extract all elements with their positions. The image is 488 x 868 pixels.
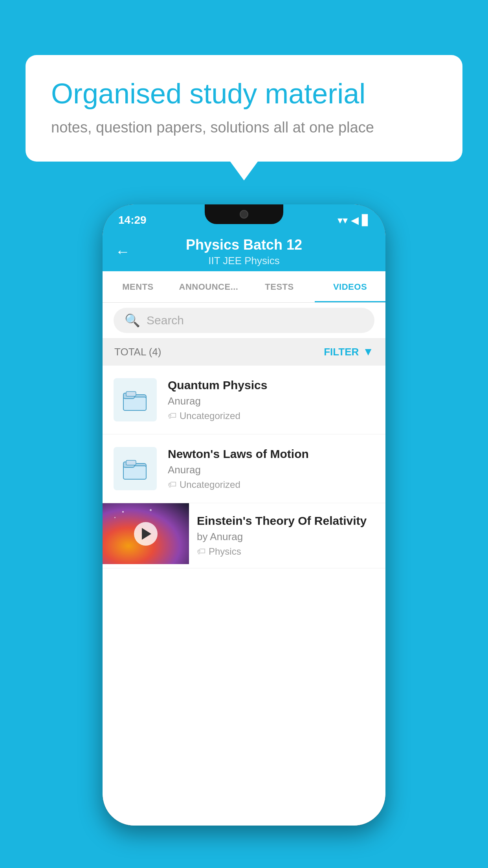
tag-icon: 🏷 bbox=[168, 411, 176, 421]
list-item[interactable]: Einstein's Theory Of Relativity by Anura… bbox=[103, 503, 385, 568]
signal-icon: ◀ bbox=[351, 214, 359, 226]
tab-tests[interactable]: TESTS bbox=[244, 271, 315, 302]
svg-rect-1 bbox=[123, 397, 146, 410]
tag-icon: 🏷 bbox=[197, 546, 205, 557]
list-item[interactable]: Newton's Laws of Motion Anurag 🏷 Uncateg… bbox=[103, 434, 385, 503]
video-author: Anurag bbox=[168, 464, 374, 476]
video-info: Einstein's Theory Of Relativity by Anura… bbox=[189, 503, 385, 568]
tag-label: Uncategorized bbox=[180, 479, 240, 490]
bubble-title: Organised study material bbox=[51, 77, 437, 110]
tag-label: Uncategorized bbox=[180, 410, 240, 421]
video-list: Quantum Physics Anurag 🏷 Uncategorized bbox=[103, 366, 385, 826]
list-item[interactable]: Quantum Physics Anurag 🏷 Uncategorized bbox=[103, 366, 385, 434]
video-author: Anurag bbox=[168, 395, 374, 407]
tag-label: Physics bbox=[209, 546, 241, 557]
speech-bubble-container: Organised study material notes, question… bbox=[26, 55, 462, 162]
search-input-wrapper[interactable]: 🔍 Search bbox=[114, 308, 374, 333]
tab-announcements[interactable]: ANNOUNCE... bbox=[173, 271, 244, 302]
video-tag: 🏷 Uncategorized bbox=[168, 410, 374, 421]
search-icon: 🔍 bbox=[125, 313, 140, 328]
speech-bubble: Organised study material notes, question… bbox=[26, 55, 462, 162]
play-triangle-icon bbox=[142, 528, 151, 540]
tag-icon: 🏷 bbox=[168, 480, 176, 490]
video-thumbnail bbox=[103, 503, 189, 564]
status-icons: ▾▾ ◀ ▊ bbox=[338, 214, 370, 226]
app-header: ← Physics Batch 12 IIT JEE Physics bbox=[103, 232, 385, 271]
folder-icon bbox=[121, 386, 149, 414]
tabs-bar: MENTS ANNOUNCE... TESTS VIDEOS bbox=[103, 271, 385, 303]
filter-button[interactable]: FILTER ▼ bbox=[324, 346, 374, 358]
svg-rect-7 bbox=[126, 460, 136, 465]
video-title: Quantum Physics bbox=[168, 379, 374, 392]
total-count-label: TOTAL (4) bbox=[114, 346, 161, 358]
search-placeholder: Search bbox=[147, 314, 184, 327]
header-subtitle: IIT JEE Physics bbox=[208, 255, 280, 267]
video-info: Quantum Physics Anurag 🏷 Uncategorized bbox=[168, 379, 374, 421]
search-bar: 🔍 Search bbox=[103, 303, 385, 338]
folder-icon bbox=[121, 455, 149, 482]
tab-videos[interactable]: VIDEOS bbox=[315, 271, 385, 302]
wifi-icon: ▾▾ bbox=[338, 214, 348, 226]
video-tag: 🏷 Physics bbox=[197, 546, 378, 557]
status-time: 14:29 bbox=[118, 214, 147, 226]
filter-row: TOTAL (4) FILTER ▼ bbox=[103, 338, 385, 366]
tab-ments[interactable]: MENTS bbox=[103, 271, 173, 302]
svg-rect-5 bbox=[123, 466, 146, 479]
phone-frame: 14:29 ▾▾ ◀ ▊ ← Physics Batch 12 IIT JEE … bbox=[103, 204, 385, 826]
video-folder-icon bbox=[114, 378, 157, 421]
video-tag: 🏷 Uncategorized bbox=[168, 479, 374, 490]
video-author: by Anurag bbox=[197, 531, 378, 543]
video-title: Einstein's Theory Of Relativity bbox=[197, 514, 378, 528]
back-button[interactable]: ← bbox=[115, 243, 130, 260]
phone-screen: 14:29 ▾▾ ◀ ▊ ← Physics Batch 12 IIT JEE … bbox=[103, 204, 385, 826]
battery-icon: ▊ bbox=[362, 214, 370, 226]
filter-label: FILTER bbox=[324, 346, 359, 358]
filter-icon: ▼ bbox=[363, 346, 374, 358]
header-title: Physics Batch 12 bbox=[186, 237, 302, 253]
video-folder-icon bbox=[114, 447, 157, 490]
bubble-subtitle: notes, question papers, solutions all at… bbox=[51, 119, 437, 136]
video-info: Newton's Laws of Motion Anurag 🏷 Uncateg… bbox=[168, 447, 374, 490]
video-title: Newton's Laws of Motion bbox=[168, 447, 374, 461]
svg-rect-3 bbox=[126, 392, 136, 396]
phone-notch bbox=[205, 204, 283, 224]
play-button[interactable] bbox=[134, 522, 158, 546]
front-camera bbox=[240, 210, 248, 219]
